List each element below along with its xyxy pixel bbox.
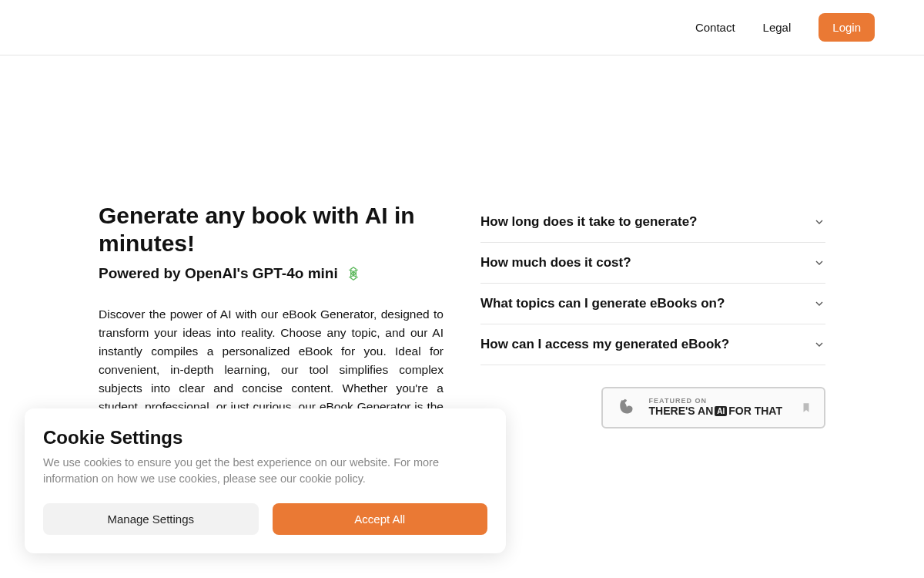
header: Contact Legal Login — [0, 0, 924, 55]
cookie-banner: Cookie Settings We use cookies to ensure… — [25, 408, 506, 553]
bookmark-icon — [801, 401, 812, 415]
login-button[interactable]: Login — [819, 13, 875, 42]
chevron-down-icon — [813, 338, 825, 351]
faq-question: How long does it take to generate? — [480, 214, 697, 230]
faq-question: What topics can I generate eBooks on? — [480, 296, 725, 311]
featured-bottom-text: THERE'S AN AI FOR THAT — [649, 405, 782, 417]
featured-before: THERE'S AN — [649, 405, 714, 417]
openai-icon — [346, 266, 361, 281]
manage-settings-button[interactable]: Manage Settings — [43, 503, 259, 535]
nav: Contact Legal Login — [695, 13, 875, 42]
nav-legal[interactable]: Legal — [763, 21, 792, 34]
subtitle-row: Powered by OpenAI's GPT-4o mini — [99, 265, 444, 282]
arm-flex-icon — [615, 396, 638, 419]
nav-contact[interactable]: Contact — [695, 21, 735, 34]
featured-badge[interactable]: FEATURED ON THERE'S AN AI FOR THAT — [601, 387, 825, 428]
cookie-title: Cookie Settings — [43, 427, 487, 449]
faq-question: How much does it cost? — [480, 255, 631, 271]
chevron-down-icon — [813, 297, 825, 310]
faq-item-1[interactable]: How much does it cost? — [480, 243, 825, 284]
featured-wrap: FEATURED ON THERE'S AN AI FOR THAT — [480, 387, 825, 428]
subtitle: Powered by OpenAI's GPT-4o mini — [99, 265, 338, 282]
featured-after: FOR THAT — [728, 405, 782, 417]
cookie-description: We use cookies to ensure you get the bes… — [43, 455, 487, 486]
faq-item-0[interactable]: How long does it take to generate? — [480, 202, 825, 243]
accept-all-button[interactable]: Accept All — [273, 503, 488, 535]
chevron-down-icon — [813, 257, 825, 269]
page-title: Generate any book with AI in minutes! — [99, 202, 444, 257]
cookie-buttons: Manage Settings Accept All — [43, 503, 487, 535]
featured-text: FEATURED ON THERE'S AN AI FOR THAT — [649, 398, 782, 417]
faq-question: How can I access my generated eBook? — [480, 337, 729, 352]
faq-section: How long does it take to generate? How m… — [480, 202, 825, 476]
faq-item-3[interactable]: How can I access my generated eBook? — [480, 324, 825, 365]
faq-item-2[interactable]: What topics can I generate eBooks on? — [480, 284, 825, 324]
chevron-down-icon — [813, 216, 825, 228]
ai-block: AI — [715, 406, 727, 416]
